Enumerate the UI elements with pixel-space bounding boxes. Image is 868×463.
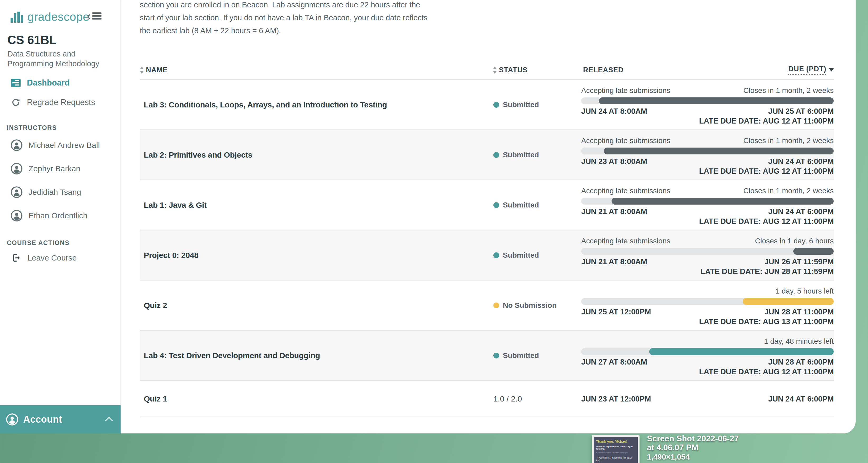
timeline-captions: Accepting late submissions Closes in 1 m… [581,137,834,145]
due-date: JUN 28 AT 6:00PM [768,358,834,367]
column-header-due[interactable]: DUE (PDT) [788,65,834,75]
assignment-name[interactable]: Lab 1: Java & Git [144,180,487,230]
assignment-status: 1.0 / 2.0 [493,381,578,416]
released-date: JUN 23 AT 12:00PM [581,394,651,403]
assignments-table-header: NAME STATUS RELEASED DUE (PDT) [140,61,834,79]
progress-bar [581,248,834,255]
thumb-subheading: You're all signed up for June 27 Quiz Tu… [596,445,635,450]
late-policy-text: Accepting late submissions [581,237,671,245]
instructor-item: Michael Andrew Ball [0,138,121,153]
account-menu[interactable]: Account [0,405,121,433]
assignment-name[interactable]: Quiz 1 [144,381,487,416]
status-dot-icon [493,353,499,358]
status-label: No Submission [503,301,557,310]
sidebar: gradescope ‹ CS 61BL Data Structures and… [0,0,121,433]
progress-bar [581,198,834,205]
due-date: JUN 25 AT 6:00PM [768,107,834,116]
assignment-row[interactable]: Lab 2: Primitives and Objects Submitted … [140,129,834,179]
sidebar-item-label: Leave Course [27,253,77,262]
sign-out-icon [11,253,21,262]
time-remaining-text: Closes in 1 day, 6 hours [755,237,834,245]
sidebar-item-dashboard[interactable]: Dashboard [0,76,121,90]
progress-fill [612,198,834,205]
timeline-dates: JUN 21 AT 8:00AM JUN 26 AT 11:59PM [581,257,834,266]
assignment-row[interactable]: Quiz 1 1.0 / 2.0 JUN 23 AT 12:00PM JUN 2… [140,380,834,417]
course-code: CS 61BL [7,33,57,47]
late-due-date: LATE DUE DATE: JUN 28 AT 11:59PM [581,267,834,276]
due-date: JUN 24 AT 6:00PM [768,207,834,216]
instructor-item: Ethan Ordentlich [0,208,121,223]
desktop-file-name[interactable]: Screen Shot 2022-06-27 at 4.06.07 PM 1,4… [647,434,739,461]
released-date: JUN 23 AT 8:00AM [581,157,647,166]
course-description: section you are enrolled in on Beacon. L… [140,0,427,37]
person-circle-icon [10,186,23,198]
timeline-captions: 1 day, 5 hours left [581,287,834,295]
late-due-date: LATE DUE DATE: AUG 12 AT 11:00PM [581,117,834,125]
chevron-up-icon [103,415,115,423]
assignment-name[interactable]: Lab 3: Conditionals, Loops, Arrays, and … [144,80,487,129]
progress-bar [581,97,834,104]
late-due-date: LATE DUE DATE: AUG 12 AT 11:00PM [581,368,834,376]
assignment-row[interactable]: Lab 1: Java & Git Submitted Accepting la… [140,179,834,230]
timeline-captions: Accepting late submissions Closes in 1 d… [581,237,834,245]
gradescope-logo[interactable]: gradescope [10,9,89,24]
assignment-row[interactable]: Lab 3: Conditionals, Loops, Arrays, and … [140,79,834,129]
status-dot-icon [493,152,499,158]
progress-bar [581,298,834,305]
instructor-name: Ethan Ordentlich [29,211,87,220]
progress-fill [604,148,834,154]
assignment-name[interactable]: Quiz 2 [144,281,487,330]
timeline-dates: JUN 27 AT 8:00AM JUN 28 AT 6:00PM [581,358,834,367]
status-label: Submitted [503,151,539,159]
status-label: Submitted [503,351,539,360]
assignment-timeline: Accepting late submissions Closes in 1 m… [581,80,834,129]
sidebar-item-leave-course[interactable]: Leave Course [0,251,121,265]
person-circle-icon [10,210,23,222]
column-header-released[interactable]: RELEASED [583,66,623,74]
assignment-timeline: Accepting late submissions Closes in 1 m… [581,130,834,179]
collapse-sidebar-button[interactable]: ‹ [87,10,101,21]
desktop-file-thumbnail[interactable]: Thank you, Yichao! You're all signed up … [592,435,640,463]
chevron-left-icon: ‹ [87,10,91,22]
timeline-dates: JUN 25 AT 12:00PM JUN 28 AT 11:00PM [581,308,834,316]
timeline-dates: JUN 23 AT 8:00AM JUN 24 AT 6:00PM [581,157,834,166]
released-date: JUN 21 AT 8:00AM [581,207,647,216]
progress-bar [581,348,834,355]
assignment-status: Submitted [493,230,578,280]
instructor-item: Zephyr Barkan [0,161,121,176]
thumb-note: A confirmation email has been sent to yo… [596,452,635,454]
sidebar-item-regrade-requests[interactable]: Regrade Requests [0,95,121,109]
assignment-status: Submitted [493,180,578,230]
assignment-timeline: 1 day, 5 hours left JUN 25 AT 12:00PM JU… [581,281,834,330]
instructor-name: Zephyr Barkan [29,164,81,173]
logo-wordmark: gradescope [27,10,89,24]
assignment-timeline: 1 day, 48 minutes left JUN 27 AT 8:00AM … [581,331,834,380]
course-description-line: section you are enrolled in on Beacon. L… [140,0,427,11]
time-remaining-text: Closes in 1 month, 2 weeks [743,86,834,95]
assignment-status: No Submission [493,281,578,330]
thumb-heading: Thank you, Yichao! [596,439,635,443]
sort-icon [493,66,497,74]
sort-desc-icon [829,68,834,71]
assignment-name[interactable]: Lab 4: Test Driven Development and Debug… [144,331,487,380]
assignment-row[interactable]: Lab 4: Test Driven Development and Debug… [140,330,834,380]
assignment-name[interactable]: Project 0: 2048 [144,230,487,280]
due-date: JUN 26 AT 11:59PM [764,257,834,266]
status-dot-icon [493,102,499,108]
course-description-line: start of your lab section. If you do not… [140,11,427,24]
progress-fill [793,248,834,255]
sidebar-item-label: Regrade Requests [27,98,95,107]
instructor-item: Jedidiah Tsang [0,184,121,200]
column-header-status[interactable]: STATUS [493,66,528,74]
person-circle-icon [10,139,23,151]
column-header-name[interactable]: NAME [140,66,168,74]
progress-fill [599,97,834,104]
time-remaining-text: Closes in 1 month, 2 weeks [743,186,834,195]
assignment-row[interactable]: Quiz 2 No Submission 1 day, 5 hours left… [140,280,834,330]
instructor-name: Jedidiah Tsang [29,188,81,197]
due-date: JUN 24 AT 6:00PM [768,157,834,166]
hamburger-icon [92,12,101,20]
assignment-row[interactable]: Project 0: 2048 Submitted Accepting late… [140,230,834,280]
thumb-item: ✓ [Question 1] Raymond Tan (5:00 PM) [596,456,635,462]
assignment-name[interactable]: Lab 2: Primitives and Objects [144,130,487,179]
